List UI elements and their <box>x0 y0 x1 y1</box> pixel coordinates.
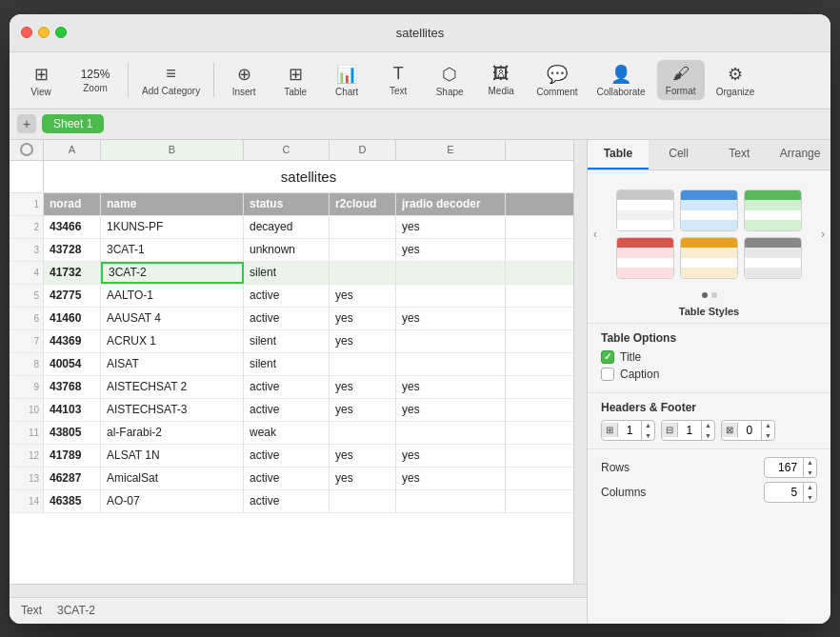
toolbar-organize[interactable]: ⚙ Organize <box>709 60 763 101</box>
cell-jradio[interactable]: yes <box>396 399 506 421</box>
cell-norad[interactable]: 43768 <box>44 376 101 398</box>
sheet-tab-1[interactable]: Sheet 1 <box>42 114 104 133</box>
cell-r2cloud[interactable] <box>330 239 396 261</box>
cell-r2cloud[interactable]: yes <box>330 330 396 352</box>
cell-status[interactable]: active <box>244 445 330 467</box>
table-style-1[interactable] <box>616 189 674 231</box>
cell-status[interactable]: active <box>244 468 330 489</box>
table-row[interactable]: 2 43466 1KUNS-PF decayed yes <box>10 216 573 239</box>
cell-jradio[interactable]: yes <box>396 239 506 261</box>
cell-norad[interactable]: 43728 <box>44 239 101 261</box>
header-cols-control[interactable]: ⊟ 1 ▲ ▼ <box>661 420 715 441</box>
cell-jradio[interactable] <box>396 330 506 352</box>
toolbar-comment[interactable]: 💬 Comment <box>529 60 585 101</box>
cell-r2cloud[interactable] <box>330 422 396 444</box>
table-title[interactable]: satellites <box>44 161 573 192</box>
cell-jradio[interactable] <box>396 285 506 307</box>
table-row[interactable]: 9 43768 AISTECHSAT 2 active yes yes <box>10 376 573 399</box>
table-style-4[interactable] <box>616 237 674 279</box>
columns-value-box[interactable]: 5 ▲ ▼ <box>764 482 817 503</box>
table-style-6[interactable] <box>744 237 802 279</box>
data-area[interactable]: 1 norad name status r2cloud jradio decod… <box>10 193 573 584</box>
footer-rows-up[interactable]: ▲ <box>762 420 774 430</box>
cell-norad[interactable]: 40054 <box>44 353 101 375</box>
cell-status[interactable]: active <box>244 399 330 421</box>
cell-status[interactable]: silent <box>244 353 330 375</box>
cell-jradio[interactable]: yes <box>396 308 506 329</box>
cell-norad[interactable]: 44103 <box>44 399 101 421</box>
header-cols-up[interactable]: ▲ <box>702 420 714 430</box>
cell-norad[interactable]: 42775 <box>44 285 101 307</box>
cell-jradio[interactable]: yes <box>396 216 506 238</box>
columns-up[interactable]: ▲ <box>804 482 816 492</box>
close-button[interactable] <box>21 27 32 38</box>
cell-name[interactable]: AISTECHSAT-3 <box>101 399 244 421</box>
toolbar-zoom[interactable]: 125% Zoom <box>69 64 122 97</box>
vertical-scrollbar[interactable] <box>573 140 587 584</box>
table-row[interactable]: 6 41460 AAUSAT 4 active yes yes <box>10 308 573 330</box>
cell-jradio[interactable] <box>396 422 506 444</box>
cell-r2cloud[interactable]: yes <box>330 285 396 307</box>
col-header-a[interactable]: A <box>44 140 101 160</box>
caption-checkbox[interactable] <box>601 368 614 381</box>
col-header-e[interactable]: E <box>396 140 506 160</box>
table-row[interactable]: 7 44369 ACRUX 1 silent yes <box>10 330 573 353</box>
cell-status[interactable]: silent <box>244 262 330 284</box>
cell-name[interactable]: 1KUNS-PF <box>101 216 244 238</box>
toolbar-format[interactable]: 🖌 Format <box>657 60 705 100</box>
cell-name[interactable]: 3CAT-2 <box>101 262 244 284</box>
table-row[interactable]: 8 40054 AISAT silent <box>10 353 573 376</box>
columns-down[interactable]: ▼ <box>804 492 816 503</box>
horizontal-scrollbar[interactable] <box>10 584 587 597</box>
toolbar-table[interactable]: ⊞ Table <box>271 60 319 101</box>
cell-jradio[interactable] <box>396 490 506 512</box>
table-row[interactable]: 11 43805 al-Farabi-2 weak <box>10 422 573 445</box>
cell-name[interactable]: AmicalSat <box>101 468 244 489</box>
cell-norad[interactable]: 41789 <box>44 445 101 467</box>
toolbar-chart[interactable]: 📊 Chart <box>323 60 370 101</box>
cell-status[interactable]: silent <box>244 330 330 352</box>
cell-r2cloud[interactable]: yes <box>330 308 396 329</box>
cell-r2cloud[interactable]: yes <box>330 376 396 398</box>
cell-r2cloud[interactable]: yes <box>330 399 396 421</box>
col-header-d[interactable]: D <box>330 140 396 160</box>
cell-norad[interactable]: 44369 <box>44 330 101 352</box>
cell-jradio[interactable]: yes <box>396 376 506 398</box>
select-all-icon[interactable] <box>20 143 33 156</box>
cell-jradio[interactable]: yes <box>396 445 506 467</box>
toolbar-add-category[interactable]: ≡ Add Category <box>134 60 208 100</box>
table-row[interactable]: 13 46287 AmicalSat active yes yes <box>10 468 573 490</box>
cell-name[interactable]: ALSAT 1N <box>101 445 244 467</box>
col-header-b[interactable]: B <box>101 140 244 160</box>
cell-r2cloud[interactable]: yes <box>330 468 396 489</box>
toolbar-media[interactable]: 🖼 Media <box>477 60 525 100</box>
table-row[interactable]: 14 46385 AO-07 active <box>10 490 573 513</box>
cell-norad[interactable]: 46385 <box>44 490 101 512</box>
cell-name[interactable]: AISTECHSAT 2 <box>101 376 244 398</box>
table-style-2[interactable] <box>680 189 738 231</box>
cell-r2cloud[interactable] <box>330 216 396 238</box>
panel-tab-cell[interactable]: Cell <box>649 140 710 169</box>
cell-r2cloud[interactable] <box>330 353 396 375</box>
cell-status[interactable]: weak <box>244 422 330 444</box>
toolbar-shape[interactable]: ⬡ Shape <box>426 60 473 101</box>
header-rows-down[interactable]: ▼ <box>642 430 654 441</box>
table-row[interactable]: 4 41732 3CAT-2 silent <box>10 262 573 285</box>
toolbar-view[interactable]: ⊞ View <box>17 60 65 101</box>
cell-name[interactable]: AO-07 <box>101 490 244 512</box>
table-row[interactable]: 10 44103 AISTECHSAT-3 active yes yes <box>10 399 573 422</box>
rows-up[interactable]: ▲ <box>804 457 816 468</box>
cell-name[interactable]: 3CAT-1 <box>101 239 244 261</box>
cell-status[interactable]: decayed <box>244 216 330 238</box>
cell-r2cloud[interactable] <box>330 262 396 284</box>
cell-status[interactable]: active <box>244 285 330 307</box>
header-cols-down[interactable]: ▼ <box>702 430 714 441</box>
cell-r2cloud[interactable] <box>330 490 396 512</box>
cell-status[interactable]: active <box>244 490 330 512</box>
table-style-5[interactable] <box>680 237 738 279</box>
cell-norad[interactable]: 46287 <box>44 468 101 489</box>
cell-status[interactable]: active <box>244 376 330 398</box>
table-row[interactable]: 5 42775 AALTO-1 active yes <box>10 285 573 308</box>
cell-norad[interactable]: 43805 <box>44 422 101 444</box>
table-row[interactable]: 12 41789 ALSAT 1N active yes yes <box>10 445 573 468</box>
